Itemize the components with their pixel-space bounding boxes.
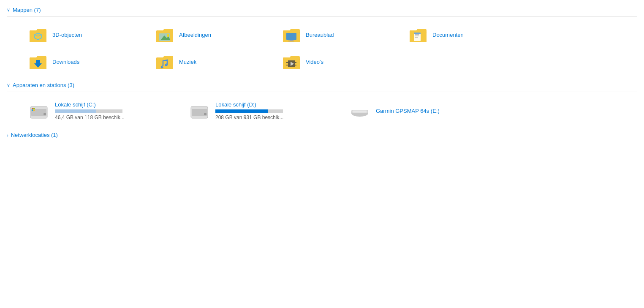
folder-label-bureaublad: Bureaublad [306, 32, 334, 38]
devices-section-label: Apparaten en stations (3) [13, 82, 74, 88]
folder-icon-bureaublad [281, 25, 302, 45]
folders-section-label: Mappen (7) [13, 7, 41, 13]
drive-bar-fill-d [215, 109, 268, 113]
device-icon-c [28, 100, 50, 122]
folder-label-downloads: Downloads [52, 59, 79, 65]
svg-point-50 [204, 113, 207, 115]
device-size-c: 46,4 GB van 118 GB beschik... [55, 114, 125, 120]
folder-icon-afbeeldingen [155, 25, 175, 45]
svg-rect-44 [33, 108, 35, 109]
device-item-c[interactable]: Lokale schijf (C:) 46,4 GB van 118 GB be… [24, 96, 184, 125]
drive-bar-d [215, 109, 283, 113]
folder-item-videos[interactable]: Video's [277, 48, 404, 75]
folder-label-videos: Video's [306, 59, 323, 65]
svg-point-10 [167, 34, 169, 37]
folder-icon-documenten [408, 25, 428, 45]
folders-grid: 3D-objecten Afbeeldingen [7, 21, 637, 75]
folder-icon-3d-objecten [28, 25, 48, 45]
devices-divider [7, 92, 637, 92]
svg-point-41 [43, 113, 46, 115]
drive-bar-c [55, 109, 122, 113]
svg-rect-46 [33, 109, 35, 111]
folder-label-documenten: Documenten [432, 32, 464, 38]
devices-section-header[interactable]: ∨ Apparaten en stations (3) [7, 82, 637, 88]
svg-rect-36 [295, 65, 296, 67]
device-icon-e [349, 100, 371, 122]
folder-item-muziek[interactable]: Muziek [150, 48, 277, 75]
svg-rect-33 [286, 65, 288, 67]
svg-rect-31 [286, 60, 288, 62]
network-divider [7, 140, 637, 140]
device-info-c: Lokale schijf (C:) 46,4 GB van 118 GB be… [55, 101, 125, 120]
network-section-header[interactable]: › Netwerklocaties (1) [7, 132, 637, 138]
device-icon-d [188, 100, 210, 122]
svg-rect-34 [295, 60, 296, 62]
device-item-d[interactable]: Lokale schijf (D:) 208 GB van 931 GB bes… [184, 96, 345, 125]
drive-bar-fill-c [55, 109, 96, 113]
folder-label-3d-objecten: 3D-objecten [52, 32, 82, 38]
folder-item-afbeeldingen[interactable]: Afbeeldingen [150, 21, 277, 48]
svg-rect-45 [32, 109, 33, 111]
folder-item-documenten[interactable]: Documenten [404, 21, 530, 48]
svg-rect-13 [286, 33, 296, 40]
svg-rect-22 [414, 33, 421, 34]
device-info-d: Lokale schijf (D:) 208 GB van 931 GB bes… [215, 101, 283, 120]
device-name-c: Lokale schijf (C:) [55, 101, 125, 108]
devices-grid: Lokale schijf (C:) 46,4 GB van 118 GB be… [7, 96, 637, 125]
network-chevron: › [7, 133, 8, 138]
folder-icon-downloads [28, 52, 48, 72]
folder-icon-videos [281, 52, 302, 72]
folder-icon-muziek [155, 52, 175, 72]
folder-label-afbeeldingen: Afbeeldingen [179, 32, 211, 38]
svg-rect-35 [295, 63, 296, 65]
file-explorer-main: ∨ Mappen (7) [0, 0, 644, 145]
device-name-d: Lokale schijf (D:) [215, 101, 283, 108]
folder-label-muziek: Muziek [179, 59, 196, 65]
svg-rect-32 [286, 63, 288, 65]
device-item-e[interactable]: Garmin GPSMAP 64s (E:) [345, 96, 505, 125]
folders-chevron: ∨ [7, 7, 10, 13]
folder-item-downloads[interactable]: Downloads [24, 48, 150, 75]
device-name-e: Garmin GPSMAP 64s (E:) [376, 108, 440, 114]
network-section-label: Netwerklocaties (1) [11, 132, 58, 138]
devices-chevron: ∨ [7, 82, 10, 88]
svg-rect-15 [288, 41, 294, 41]
svg-rect-43 [32, 108, 33, 109]
folder-item-3d-objecten[interactable]: 3D-objecten [24, 21, 150, 48]
svg-rect-55 [353, 111, 367, 112]
folders-divider [7, 16, 637, 17]
folder-item-bureaublad[interactable]: Bureaublad [277, 21, 404, 48]
folders-section-header[interactable]: ∨ Mappen (7) [7, 7, 637, 13]
device-size-d: 208 GB van 931 GB beschik... [215, 114, 283, 120]
device-info-e: Garmin GPSMAP 64s (E:) [376, 108, 440, 114]
